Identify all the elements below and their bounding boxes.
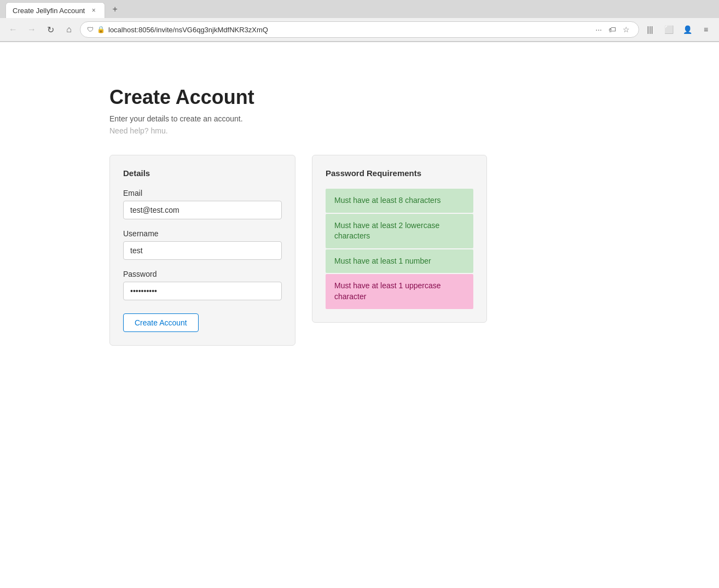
more-icon[interactable]: ··· — [593, 24, 604, 35]
back-button[interactable]: ← — [5, 22, 21, 37]
address-bar-actions: ··· 🏷 ☆ — [593, 24, 632, 35]
username-group: Username — [123, 229, 282, 260]
requirements-card: Password Requirements Must have at least… — [312, 155, 487, 323]
requirements-card-title: Password Requirements — [326, 168, 473, 178]
lock-icon: 🔒 — [97, 26, 105, 33]
password-input[interactable] — [123, 282, 282, 300]
page-title: Create Account — [109, 86, 610, 109]
requirement-item-3: Must have at least 1 uppercase character — [326, 274, 473, 308]
menu-icon[interactable]: ≡ — [698, 22, 714, 37]
email-label: Email — [123, 189, 282, 197]
synced-tabs-icon[interactable]: ⬜ — [661, 22, 676, 37]
star-icon[interactable]: ☆ — [621, 24, 632, 35]
tab-title: Create Jellyfin Account — [13, 7, 85, 15]
browser-toolbar-right: ||| ⬜ 👤 ≡ — [642, 22, 714, 37]
address-bar[interactable]: 🛡 🔒 localhost:8056/invite/nsVG6qg3njkMdf… — [80, 21, 639, 38]
tab-close-button[interactable]: × — [89, 6, 98, 15]
forms-row: Details Email Username Password Create A… — [109, 155, 610, 346]
requirements-list: Must have at least 8 charactersMust have… — [326, 189, 473, 309]
username-input[interactable] — [123, 241, 282, 260]
page-subtitle: Enter your details to create an account. — [109, 114, 610, 123]
browser-nav: ← → ↻ ⌂ 🛡 🔒 localhost:8056/invite/nsVG6q… — [0, 18, 719, 42]
browser-chrome: Create Jellyfin Account × + ← → ↻ ⌂ 🛡 🔒 … — [0, 0, 719, 42]
requirement-item-0: Must have at least 8 characters — [326, 189, 473, 213]
email-group: Email — [123, 189, 282, 219]
page-help-text: Need help? hmu. — [109, 126, 610, 135]
active-tab[interactable]: Create Jellyfin Account × — [5, 2, 105, 18]
details-card: Details Email Username Password Create A… — [109, 155, 295, 346]
home-button[interactable]: ⌂ — [61, 22, 77, 37]
reload-button[interactable]: ↻ — [43, 22, 58, 37]
address-text: localhost:8056/invite/nsVG6qg3njkMdfNKR3… — [108, 26, 590, 34]
password-label: Password — [123, 270, 282, 278]
forward-button[interactable]: → — [24, 22, 39, 37]
pocket-icon[interactable]: 🏷 — [606, 24, 618, 35]
requirement-item-2: Must have at least 1 number — [326, 249, 473, 273]
tab-strip: Create Jellyfin Account × + — [0, 0, 719, 18]
requirement-item-1: Must have at least 2 lowercase character… — [326, 214, 473, 248]
email-input[interactable] — [123, 201, 282, 219]
library-icon[interactable]: ||| — [642, 22, 658, 37]
security-icon: 🛡 — [87, 26, 94, 33]
account-icon[interactable]: 👤 — [680, 22, 695, 37]
page-content: Create Account Enter your details to cre… — [0, 42, 719, 586]
new-tab-button[interactable]: + — [107, 2, 123, 17]
details-card-title: Details — [123, 168, 282, 178]
username-label: Username — [123, 229, 282, 238]
create-account-button[interactable]: Create Account — [123, 313, 199, 332]
password-group: Password — [123, 270, 282, 300]
